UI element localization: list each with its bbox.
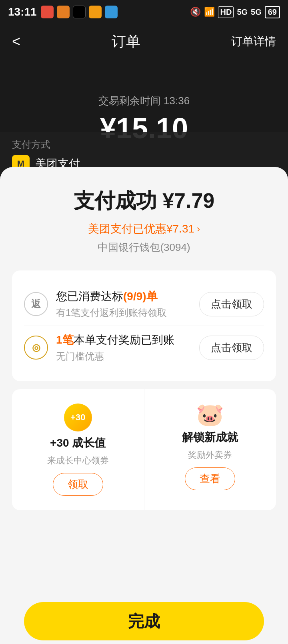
achievement-view-button[interactable]: 查看 (185, 467, 235, 490)
battery-level: 69 (268, 8, 277, 16)
growth-item-right: 🐷 解锁新成就 奖励外卖券 查看 (144, 389, 276, 510)
achievement-emoji: 🐷 (196, 403, 224, 426)
achievement-sub: 奖励外卖券 (188, 449, 232, 461)
app-icon-red (41, 6, 54, 18)
return-icon: 返 (24, 292, 48, 316)
main-card: 支付成功 ¥7.79 美团支付已优惠¥7.31 › 中国银行钱包(3094) 返… (0, 167, 288, 644)
claim-button-2[interactable]: 点击领取 (199, 336, 264, 360)
growth-main-label: +30 成长值 (50, 435, 106, 451)
growth-card: +30 +30 成长值 来成长中心领券 领取 🐷 解锁新成就 奖励外卖券 查看 (12, 389, 276, 510)
signal-5g2-icon: 5G (251, 8, 262, 17)
growth-item-left: +30 +30 成长值 来成长中心领券 领取 (12, 389, 144, 510)
reward-highlight-2: 1笔 (56, 334, 74, 346)
payment-method-label: 支付方式 (12, 138, 276, 151)
discount-text: 美团支付已优惠¥7.31 (88, 221, 194, 237)
status-left: 13:11 (8, 6, 118, 18)
timer-label: 交易剩余时间 13:36 (98, 94, 190, 108)
success-header: 支付成功 ¥7.79 美团支付已优惠¥7.31 › 中国银行钱包(3094) (12, 187, 276, 254)
spacer (12, 510, 276, 590)
reward-sub-1: 有1笔支付返利到账待领取 (56, 306, 191, 319)
app-icon-yellow (89, 6, 102, 18)
reward-item-2: ◎ 1笔本单支付奖励已到账 无门槛优惠 点击领取 (24, 326, 264, 369)
coin-icon: ◎ (24, 336, 48, 360)
battery-indicator: 69 (265, 6, 280, 18)
back-button[interactable]: < (12, 33, 20, 50)
reward-sub-2: 无门槛优惠 (56, 350, 191, 363)
reward-main-text-1: 您已消费达标(9/9)单 (56, 289, 191, 304)
discount-row[interactable]: 美团支付已优惠¥7.31 › (12, 221, 276, 237)
app-icon-orange (57, 6, 70, 18)
status-bar: 13:11 🔇 📶 HD 5G 5G 69 (0, 0, 288, 24)
signal-5g-icon: 5G (237, 8, 248, 17)
achievement-label: 解锁新成就 (182, 430, 238, 445)
growth-badge-label: +30 (70, 412, 85, 423)
reward-text-col-1: 您已消费达标(9/9)单 有1笔支付返利到账待领取 (56, 289, 191, 319)
reward-highlight-1: (9/9)单 (123, 290, 158, 302)
reward-suffix-2: 本单支付奖励已到账 (74, 334, 174, 346)
order-detail-link[interactable]: 订单详情 (231, 34, 276, 49)
reward-text-col-2: 1笔本单支付奖励已到账 无门槛优惠 (56, 332, 191, 363)
app-icon-tiktok (73, 6, 86, 18)
cashback-card: 返 您已消费达标(9/9)单 有1笔支付返利到账待领取 点击领取 ◎ 1笔本单支… (12, 270, 276, 381)
claim-button-1[interactable]: 点击领取 (199, 292, 264, 316)
reward-main-text-2: 1笔本单支付奖励已到账 (56, 332, 191, 348)
reward-prefix-1: 您已消费达标 (56, 290, 123, 302)
order-background: 交易剩余时间 13:36 ¥15.10 支付方式 M 美团支付 (0, 59, 288, 179)
mute-icon: 🔇 (190, 7, 201, 17)
nav-bar: < 订单 订单详情 (0, 24, 288, 59)
app-icons (41, 6, 118, 18)
reward-item-1: 返 您已消费达标(9/9)单 有1笔支付返利到账待领取 点击领取 (24, 282, 264, 326)
reward-section: 返 您已消费达标(9/9)单 有1笔支付返利到账待领取 点击领取 ◎ 1笔本单支… (12, 270, 276, 510)
bank-info: 中国银行钱包(3094) (12, 241, 276, 254)
complete-btn-area: 完成 (12, 590, 276, 644)
success-title: 支付成功 ¥7.79 (12, 187, 276, 215)
complete-button[interactable]: 完成 (24, 602, 264, 640)
growth-sub-label: 来成长中心领券 (47, 455, 109, 467)
discount-arrow-icon: › (197, 223, 200, 235)
growth-badge: +30 (64, 403, 92, 431)
wifi-icon: 📶 (204, 7, 215, 17)
growth-claim-button[interactable]: 领取 (53, 473, 103, 496)
status-right: 🔇 📶 HD 5G 5G 69 (190, 6, 280, 18)
page-title: 订单 (112, 32, 140, 52)
status-time: 13:11 (8, 6, 37, 18)
app-icon-blue (105, 6, 118, 18)
hd-icon: HD (218, 6, 234, 18)
